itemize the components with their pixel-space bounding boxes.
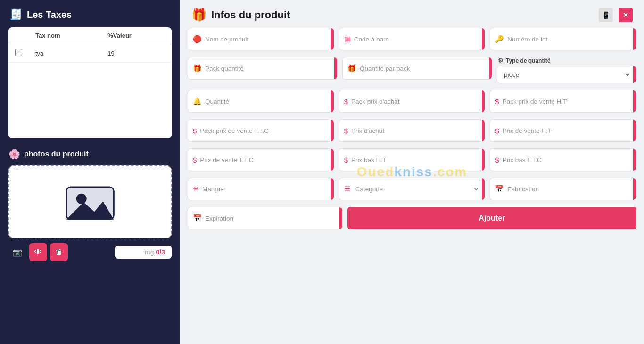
prix-vente-ht-icon: $ <box>495 127 499 135</box>
categorie-icon: ☰ <box>344 185 350 193</box>
type-quantite-label: ⚙ Type de quantité <box>497 57 636 64</box>
left-header: 🧾 Les Taxes <box>0 0 180 27</box>
code-bare-icon: ▦ <box>344 35 351 43</box>
form-row-2: 🎁 🎁 ⚙ Type de quantité pièce kg litre <box>188 57 636 83</box>
quantite-input[interactable] <box>205 90 329 112</box>
form-row-3: 🔔 $ $ <box>188 90 636 113</box>
svg-point-1 <box>76 193 87 204</box>
code-bare-input[interactable] <box>354 28 480 50</box>
expiration-input[interactable] <box>205 207 338 229</box>
type-quantite-select[interactable]: pièce kg litre boîte <box>502 66 631 83</box>
numero-lot-icon: 🔑 <box>495 35 504 43</box>
right-header-left: 🎁 Infos du produit <box>191 8 290 22</box>
field-numero-lot[interactable]: 🔑 <box>490 28 636 50</box>
pack-prix-vente-ht-input[interactable] <box>503 90 631 112</box>
camera-button[interactable]: 📷 <box>8 243 26 261</box>
numero-lot-input[interactable] <box>507 28 631 50</box>
quantite-par-pack-input[interactable] <box>360 57 487 79</box>
prix-vente-ttc-input[interactable] <box>200 149 329 171</box>
prix-bas-ht-icon: $ <box>344 156 348 164</box>
field-prix-vente-ttc[interactable]: $ <box>188 148 334 171</box>
photos-icon: 🌸 <box>8 148 20 160</box>
marque-input[interactable] <box>202 178 329 200</box>
prix-dachat-input[interactable] <box>351 120 480 141</box>
field-type-quantite: ⚙ Type de quantité pièce kg litre boîte <box>497 57 636 83</box>
field-prix-dachat[interactable]: $ <box>339 119 486 142</box>
table-row: tva 19 <box>8 44 172 63</box>
field-pack-prix-vente-ttc[interactable]: $ <box>188 119 334 142</box>
photos-section: 🌸 photos du produit 📷 👁 🗑 img 0/3 <box>8 148 172 261</box>
field-prix-bas-ht[interactable]: $ <box>339 148 486 171</box>
field-pack-prix-vente-ht[interactable]: $ <box>490 90 636 113</box>
type-quantite-select-wrapper[interactable]: pièce kg litre boîte <box>497 66 636 83</box>
expiration-icon: 📅 <box>193 214 202 222</box>
field-marque[interactable]: ✳ <box>188 178 334 200</box>
field-code-bare[interactable]: ▦ <box>339 28 486 50</box>
field-categorie[interactable]: ☰ Categorie Catégorie 1 Catégorie 2 <box>339 178 486 200</box>
prix-vente-ttc-icon: $ <box>193 156 197 164</box>
pack-prix-vente-ttc-input[interactable] <box>200 120 329 141</box>
taxes-table-container: Tax nom %Valeur tva 19 <box>8 27 172 138</box>
form-row-4: $ $ $ <box>188 119 636 142</box>
prix-dachat-icon: $ <box>344 127 348 135</box>
quantite-icon: 🔔 <box>193 97 202 106</box>
close-button[interactable]: ✕ <box>619 8 633 22</box>
field-pack-prix-dachat[interactable]: $ <box>339 90 486 113</box>
phone-button[interactable]: 📱 <box>599 8 613 22</box>
valeur-cell: 19 <box>101 44 172 63</box>
quantite-par-pack-icon: 🎁 <box>347 64 356 73</box>
pack-quantite-input[interactable] <box>205 57 332 79</box>
field-prix-vente-ht[interactable]: $ <box>490 119 636 142</box>
pack-prix-dachat-icon: $ <box>344 98 348 106</box>
gear-icon: ⚙ <box>498 57 504 64</box>
prix-bas-ht-input[interactable] <box>351 149 480 171</box>
field-pack-quantite[interactable]: 🎁 <box>188 57 338 80</box>
fabrication-icon: 📅 <box>495 185 504 193</box>
col-tax-nom: Tax nom <box>29 27 101 44</box>
field-quantite-par-pack[interactable]: 🎁 <box>342 57 492 80</box>
categorie-select[interactable]: Categorie Catégorie 1 Catégorie 2 <box>354 178 480 200</box>
fabrication-input[interactable] <box>507 178 631 200</box>
product-icon: 🎁 <box>191 8 206 22</box>
form-row-1: 🔴 ▦ 🔑 <box>188 28 636 50</box>
type-quantite-label-text: Type de quantité <box>506 57 550 64</box>
ajouter-button[interactable]: Ajouter <box>347 207 636 229</box>
field-fabrication[interactable]: 📅 <box>490 178 636 200</box>
field-nom-produit[interactable]: 🔴 <box>188 28 334 50</box>
prix-vente-ht-input[interactable] <box>503 120 631 141</box>
prix-bas-ttc-input[interactable] <box>503 149 631 171</box>
right-header: 🎁 Infos du produit 📱 ✕ <box>180 0 644 28</box>
img-counter: img 0/3 <box>115 246 172 259</box>
img-count: 0/3 <box>156 248 165 256</box>
photos-title: photos du produit <box>24 150 89 158</box>
form-grid: 🔴 ▦ 🔑 🎁 🎁 ⚙ <box>180 28 644 244</box>
col-checkbox <box>8 27 29 44</box>
taxes-icon: 🧾 <box>9 8 22 21</box>
trash-button[interactable]: 🗑 <box>50 243 68 261</box>
marque-icon: ✳ <box>193 185 199 193</box>
col-valeur: %Valeur <box>101 27 172 44</box>
img-label: img <box>143 248 154 256</box>
taxes-title: Les Taxes <box>27 9 72 20</box>
photo-upload-area[interactable] <box>8 165 172 238</box>
page-title: Infos du produit <box>211 9 290 21</box>
pack-prix-vente-ht-icon: $ <box>495 98 499 106</box>
left-panel: 🧾 Les Taxes Tax nom %Valeur tva 19 <box>0 0 180 344</box>
field-expiration[interactable]: 📅 <box>188 207 343 229</box>
photos-header: 🌸 photos du produit <box>8 148 172 160</box>
photo-placeholder <box>64 179 116 226</box>
empty-row <box>8 63 172 138</box>
eye-button[interactable]: 👁 <box>29 243 47 261</box>
form-row-7: 📅 Ajouter <box>188 207 636 229</box>
tax-nom-cell: tva <box>29 44 101 63</box>
field-quantite[interactable]: 🔔 <box>188 90 334 113</box>
row-checkbox[interactable] <box>15 49 22 56</box>
pack-prix-dachat-input[interactable] <box>351 90 480 112</box>
pack-quantite-icon: 🎁 <box>193 64 202 73</box>
field-prix-bas-ttc[interactable]: $ <box>490 148 636 171</box>
pack-prix-vente-ttc-icon: $ <box>193 127 197 135</box>
form-row-5: $ $ $ <box>188 148 636 171</box>
nom-produit-input[interactable] <box>205 28 329 50</box>
nom-produit-icon: 🔴 <box>193 35 202 43</box>
right-panel: 🎁 Infos du produit 📱 ✕ Ouedkniss.com 🔴 ▦… <box>180 0 644 344</box>
